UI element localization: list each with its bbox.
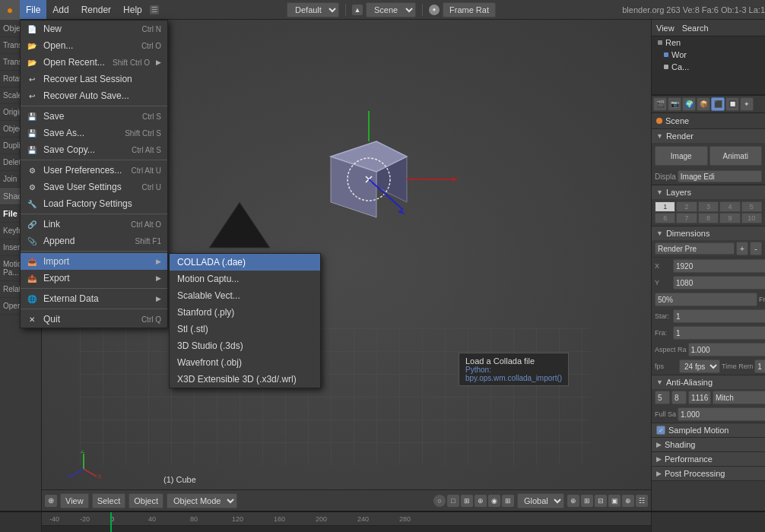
timeline-track-area[interactable] <box>42 526 651 532</box>
resolution-pct-input[interactable] <box>655 293 757 306</box>
prop-tab-world[interactable]: 🌍 <box>682 97 696 111</box>
layer-7[interactable]: 7 <box>676 213 697 223</box>
outliner-item-cam[interactable]: Ca... <box>652 61 765 73</box>
viewport-extra-2[interactable]: ⊞ <box>581 495 593 507</box>
aa-section-header[interactable]: ▼ Anti-Aliasing <box>652 375 765 389</box>
viewport-extra-5[interactable]: ⊕ <box>622 495 634 507</box>
import-collada[interactable]: COLLADA (.dae) <box>170 254 320 271</box>
aa-val-4[interactable] <box>713 391 765 404</box>
prop-tab-particles[interactable]: ✦ <box>740 97 754 111</box>
outliner-item-wor[interactable]: Wor <box>652 49 765 61</box>
post-processing-section-header[interactable]: ▶ Post Processing <box>652 467 765 480</box>
menu-file[interactable]: File <box>20 0 46 19</box>
preset-remove-btn[interactable]: - <box>750 242 762 255</box>
file-quit[interactable]: ✕ Quit Ctrl Q <box>21 311 167 328</box>
object-menu-btn[interactable]: Object <box>129 493 163 508</box>
resolution-x-input[interactable] <box>673 259 765 273</box>
outliner-item-ren[interactable]: Ren <box>652 36 765 49</box>
prop-tab-texture[interactable]: 🔲 <box>725 97 739 111</box>
scene-select[interactable]: Scene <box>366 2 416 17</box>
layer-4[interactable]: 4 <box>719 201 740 212</box>
file-load-factory[interactable]: 🔧 Load Factory Settings <box>21 195 167 212</box>
import-scalable[interactable]: Scalable Vect... <box>170 287 320 304</box>
star-input[interactable] <box>673 309 765 323</box>
file-save[interactable]: 💾 Save Ctrl S <box>21 108 167 125</box>
layer-3[interactable]: 3 <box>698 201 719 212</box>
viewport-extra-6[interactable]: ☷ <box>636 495 648 507</box>
layer-8[interactable]: 8 <box>698 213 719 223</box>
layout-select[interactable]: Default <box>287 2 339 17</box>
file-recover-auto[interactable]: ↩ Recover Auto Save... <box>21 87 167 104</box>
import-stanford[interactable]: Stanford (.ply) <box>170 304 320 321</box>
menu-help[interactable]: Help <box>117 0 148 19</box>
file-external-data[interactable]: 🌐 External Data ▶ <box>21 290 167 307</box>
menu-add[interactable]: Add <box>46 0 75 19</box>
file-open[interactable]: 📂 Open... Ctrl O <box>21 37 167 54</box>
fps-select[interactable]: 24 fps <box>679 359 720 373</box>
import-x3d[interactable]: X3D Extensible 3D (.x3d/.wrl) <box>170 371 320 388</box>
fra-input[interactable] <box>673 326 765 340</box>
import-stl[interactable]: Stl (.stl) <box>170 321 320 337</box>
aa-val-3[interactable] <box>688 391 711 404</box>
render-section-header[interactable]: ▼ Render <box>652 129 765 143</box>
import-motion[interactable]: Motion Captu... <box>170 271 320 287</box>
shading-section-header[interactable]: ▶ Shading <box>652 438 765 451</box>
prop-tab-object[interactable]: 📦 <box>697 97 710 111</box>
file-append[interactable]: 📎 Append Shift F1 <box>21 233 167 249</box>
layer-2[interactable]: 2 <box>676 201 697 212</box>
file-link[interactable]: 🔗 Link Ctrl Alt O <box>21 216 167 233</box>
menu-render[interactable]: Render <box>75 0 117 19</box>
viewport-circle-icon[interactable]: ○ <box>433 495 446 507</box>
dimensions-section-header[interactable]: ▼ Dimensions <box>652 226 765 240</box>
viewport-extra-3[interactable]: ⊟ <box>595 495 607 507</box>
file-export[interactable]: 📤 Export ▶ <box>21 270 167 287</box>
render-engine-button[interactable]: Frame Rat <box>443 2 496 17</box>
transform-orient-select[interactable]: Global <box>517 493 564 508</box>
render-image-btn[interactable]: Image <box>655 146 708 166</box>
file-save-as[interactable]: 💾 Save As... Shift Ctrl S <box>21 125 167 141</box>
layers-section-header[interactable]: ▼ Layers <box>652 185 765 199</box>
layer-10[interactable]: 10 <box>741 213 762 223</box>
file-import[interactable]: 📥 Import ▶ COLLADA (.dae) Motion Captu..… <box>21 253 167 270</box>
layer-6[interactable]: 6 <box>655 213 675 223</box>
sampled-motion-checkbox[interactable]: ✓ <box>656 426 665 435</box>
view-menu-btn[interactable]: View <box>60 493 89 508</box>
file-save-copy[interactable]: 💾 Save Copy... Ctrl Alt S <box>21 141 167 158</box>
file-open-recent[interactable]: 📂 Open Recent... Shift Ctrl O ▶ <box>21 54 167 71</box>
view-label[interactable]: View <box>656 24 675 33</box>
file-recover-last[interactable]: ↩ Recover Last Session <box>21 71 167 87</box>
viewport-snap-icon[interactable]: ⊕ <box>475 495 487 507</box>
viewport-box-icon[interactable]: □ <box>447 495 459 507</box>
viewport-zoom-icon[interactable]: ⊞ <box>461 495 473 507</box>
viewport-extra-4[interactable]: ▣ <box>608 495 621 507</box>
layer-9[interactable]: 9 <box>719 213 740 223</box>
viewport-extra-1[interactable]: ⊕ <box>567 495 579 507</box>
file-new[interactable]: 📄 New Ctrl N <box>21 21 167 37</box>
render-anim-btn[interactable]: Animati <box>709 146 763 166</box>
full-sample-input[interactable] <box>678 407 765 421</box>
display-input[interactable] <box>678 170 762 182</box>
resolution-y-input[interactable] <box>673 276 765 290</box>
prop-tab-material[interactable]: ⬛ <box>711 97 725 111</box>
layer-1[interactable]: 1 <box>655 201 675 212</box>
aspect-x-input[interactable] <box>688 343 765 356</box>
layer-5[interactable]: 5 <box>741 201 762 212</box>
select-menu-btn[interactable]: Select <box>92 493 126 508</box>
search-label[interactable]: Search <box>682 24 709 33</box>
file-user-prefs[interactable]: ⚙ User Preferences... Ctrl Alt U <box>21 162 167 179</box>
file-save-user[interactable]: ⚙ Save User Settings Ctrl U <box>21 179 167 195</box>
time-rem-input[interactable] <box>754 359 765 373</box>
performance-section-header[interactable]: ▶ Performance <box>652 452 765 466</box>
prop-tab-render[interactable]: 📷 <box>668 97 681 111</box>
aa-val-1[interactable] <box>655 391 670 404</box>
import-obj[interactable]: Wavefront (.obj) <box>170 354 320 371</box>
aa-val-2[interactable] <box>671 391 687 404</box>
preset-add-btn[interactable]: + <box>736 242 748 255</box>
import-3ds[interactable]: 3D Studio (.3ds) <box>170 337 320 354</box>
sampled-motion-header[interactable]: ✓ Sampled Motion <box>652 423 765 437</box>
viewport-move-icon[interactable]: ⊞ <box>502 495 514 507</box>
prop-tab-scene[interactable]: 🎬 <box>653 97 667 111</box>
mode-select[interactable]: Object Mode <box>167 493 237 508</box>
viewport-prop-icon[interactable]: ◉ <box>488 495 500 507</box>
render-preset-input[interactable] <box>655 242 735 255</box>
